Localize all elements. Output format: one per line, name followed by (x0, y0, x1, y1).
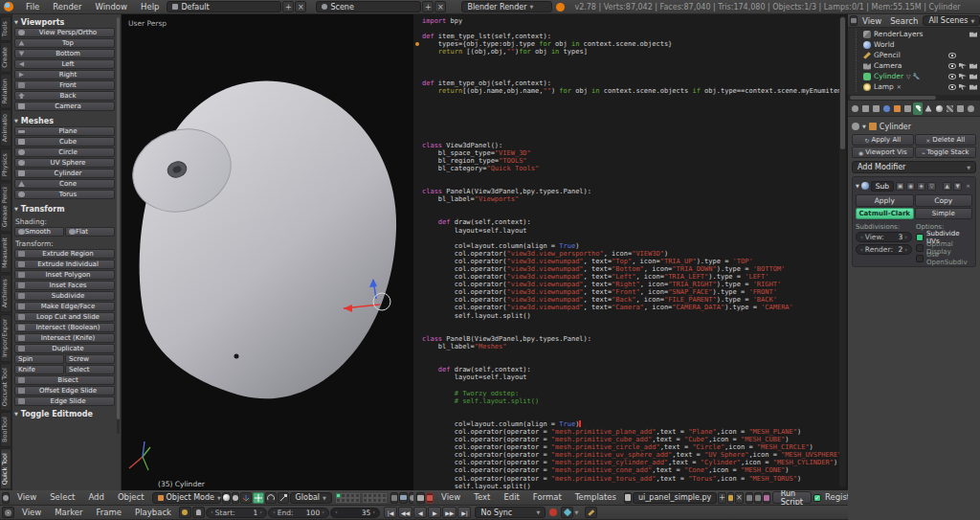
delete-modifier-button[interactable]: × (964, 182, 972, 191)
code-line[interactable] (422, 102, 836, 110)
transform-button[interactable]: Inset Faces (14, 281, 115, 290)
run-script-button[interactable]: Run Script (772, 491, 812, 504)
outliner-item[interactable]: RenderLayers (848, 29, 980, 39)
restrict-select-icon[interactable] (959, 63, 967, 69)
code-line[interactable] (422, 405, 836, 413)
code-line[interactable] (422, 350, 836, 358)
code-line[interactable] (422, 211, 836, 218)
shelf-tab[interactable]: Create (0, 42, 11, 73)
line-numbers-toggle[interactable] (746, 492, 753, 504)
code-line[interactable]: def draw(self,context): (422, 366, 836, 373)
menu-item[interactable]: Marker (48, 506, 89, 520)
properties-tab-icon[interactable] (902, 102, 912, 115)
unlink-text-button[interactable]: × (735, 492, 744, 504)
code-line[interactable] (422, 125, 836, 133)
option-checkbox[interactable] (916, 244, 924, 252)
screen-layout-dropdown[interactable]: Default (167, 1, 281, 12)
modifier-name-field[interactable]: Sub (871, 181, 894, 192)
restrict-select-icon[interactable] (959, 84, 967, 90)
render-engine-dropdown[interactable]: Blender Render▼ (461, 1, 552, 12)
code-line[interactable]: col=layout.column(align = True) (422, 420, 836, 428)
add-mesh-button[interactable]: Plane (14, 126, 115, 136)
shelf-tab[interactable]: Measureit (0, 233, 11, 273)
code-line[interactable]: col.operator(operator = "mesh.primitive_… (422, 459, 836, 466)
shelf-tab[interactable]: Relation (0, 74, 11, 109)
code-line[interactable] (422, 110, 836, 118)
shading-button[interactable]: Flat (65, 227, 115, 237)
preview-range-icon[interactable] (179, 507, 191, 518)
manipulator-axis-icon[interactable] (240, 492, 252, 504)
code-line[interactable]: col=layout.column(align = True) (422, 242, 836, 250)
transform-orientation-dropdown[interactable]: Global▼ (290, 492, 332, 504)
fake-user-button[interactable] (727, 492, 734, 504)
add-mesh-button[interactable]: Circle (14, 147, 115, 157)
code-line[interactable]: col.operator("view3d.viewnumpad", text="… (422, 273, 836, 281)
code-line[interactable]: self.layout.split() (422, 483, 836, 490)
layer-cell[interactable] (355, 498, 360, 503)
code-line[interactable] (422, 172, 836, 180)
menu-item[interactable]: View (15, 506, 48, 520)
code-line[interactable] (422, 64, 836, 72)
viewport-button[interactable]: Camera (14, 102, 115, 111)
code-line[interactable]: layout=self.layout (422, 227, 836, 235)
shelf-tab[interactable]: Oscurat Tool (0, 363, 11, 411)
code-line[interactable] (422, 203, 836, 211)
properties-tab-icon[interactable] (892, 102, 902, 115)
shelf-tab[interactable]: Archimes (0, 274, 11, 312)
toggle-stack-button[interactable]: ⌁Toggle Stack (915, 147, 977, 158)
transform-button[interactable]: Inset Polygon (14, 270, 115, 280)
current-frame-field[interactable]: ‹ 35› (330, 508, 380, 518)
transform-button[interactable]: Duplicate (14, 344, 115, 353)
editmode-visibility-toggle[interactable]: ◈ (917, 182, 925, 191)
editor-type-button[interactable] (416, 492, 425, 504)
collapse-modifier-icon[interactable]: ▼ (856, 183, 859, 189)
add-scene-button[interactable]: + (422, 1, 434, 12)
outliner-item[interactable]: Camera (848, 60, 980, 71)
properties-tab-icon[interactable] (860, 102, 870, 115)
properties-tab-icon[interactable] (945, 102, 954, 115)
restrict-view-icon[interactable] (948, 84, 956, 90)
transform-button[interactable]: Bisect (14, 375, 115, 385)
add-mesh-button[interactable]: Cube (14, 137, 115, 147)
play-button[interactable]: ▶ (428, 507, 441, 518)
code-line[interactable]: # self.layout.split() (422, 397, 836, 405)
transform-button[interactable]: Edge Slide (14, 396, 115, 406)
menu-item[interactable]: File (19, 0, 46, 14)
code-line[interactable]: class View3dPanel(): (422, 142, 836, 149)
properties-tab-icon[interactable] (955, 102, 965, 115)
word-wrap-toggle[interactable] (754, 492, 762, 504)
transform-button[interactable]: Select (65, 365, 115, 374)
play-reverse-button[interactable]: ◀ (413, 507, 427, 518)
transform-button[interactable]: Extrude Region (14, 249, 115, 259)
code-line[interactable]: col.operator(operator = "mesh.primitive_… (422, 436, 836, 443)
menu-item[interactable]: Help (134, 0, 166, 14)
code-line[interactable] (422, 320, 836, 328)
code-line[interactable] (422, 56, 836, 63)
code-line[interactable] (422, 358, 836, 366)
add-mesh-button[interactable]: Cylinder (14, 169, 115, 178)
viewport-button[interactable]: Front (14, 80, 115, 90)
move-down-button[interactable]: ▼ (953, 182, 962, 191)
restrict-render-icon[interactable] (969, 84, 977, 90)
text-editor-scrollbar[interactable] (839, 16, 846, 487)
transform-button[interactable]: Make Edge/Face (14, 302, 115, 311)
restrict-view-icon[interactable] (948, 53, 956, 58)
toggle-editmode-panel-header[interactable]: ▼ Toggle Editmode (14, 408, 115, 419)
add-screen-layout-button[interactable]: + (282, 1, 294, 12)
snap-toggle-button[interactable] (390, 492, 398, 504)
menu-item[interactable]: Add (81, 490, 110, 505)
3d-viewport[interactable]: User Persp (35) Cylinder (122, 14, 413, 490)
viewports-panel-header[interactable]: ▼ Viewports (14, 16, 115, 28)
pivot-point-dropdown[interactable] (232, 492, 239, 504)
code-line[interactable]: col.operator("view3d.viewnumpad", text="… (422, 304, 836, 311)
transform-button[interactable]: Extrude Individual (14, 260, 115, 269)
delete-scene-button[interactable]: × (434, 1, 446, 12)
subdivision-type-button[interactable]: Catmull-Clark (856, 208, 914, 219)
code-line[interactable]: bl_region_type="TOOLS" (422, 157, 836, 165)
transform-button[interactable]: Intersect (Knife) (14, 333, 115, 343)
restrict-render-icon[interactable] (969, 74, 977, 79)
properties-tab-icon[interactable] (966, 102, 975, 115)
outliner-item[interactable]: World (848, 39, 980, 50)
rotate-manipulator-button[interactable] (265, 492, 277, 504)
menu-item[interactable]: Playback (128, 506, 178, 520)
